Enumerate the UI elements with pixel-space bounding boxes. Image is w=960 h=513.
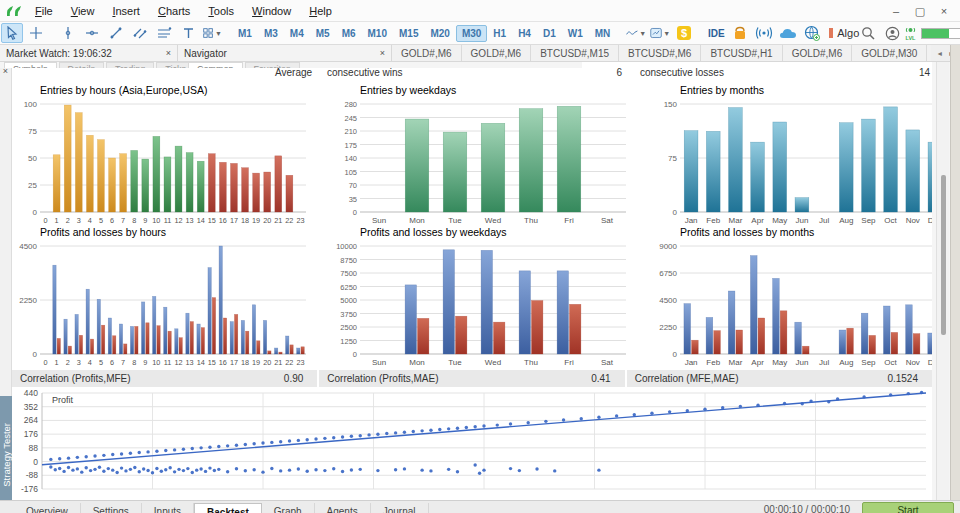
svg-text:2500: 2500 — [340, 323, 357, 332]
svg-text:23: 23 — [296, 358, 304, 367]
tester-tab-agents[interactable]: Agents — [315, 503, 371, 513]
svg-text:6750: 6750 — [659, 269, 677, 278]
svg-text:16: 16 — [219, 358, 227, 367]
svg-text:245: 245 — [344, 114, 357, 123]
svg-text:10: 10 — [152, 216, 160, 225]
signals-icon[interactable] — [753, 23, 775, 43]
timeframe-h1[interactable]: H1 — [487, 25, 512, 42]
svg-text:Mar: Mar — [729, 216, 743, 225]
timeframe-m6[interactable]: M6 — [336, 25, 362, 42]
tester-tab-journal[interactable]: Journal — [371, 503, 429, 513]
cloud-icon[interactable] — [777, 23, 799, 43]
timeframe-d1[interactable]: D1 — [537, 25, 562, 42]
svg-text:7: 7 — [121, 358, 125, 367]
svg-text:11: 11 — [164, 358, 172, 367]
chart-tab-0[interactable]: GOLD#,M6 — [392, 45, 462, 61]
scrollbar-thumb[interactable] — [941, 175, 946, 335]
ide-button[interactable]: IDE — [705, 23, 727, 43]
svg-text:Aug: Aug — [839, 216, 853, 225]
svg-text:0: 0 — [33, 457, 38, 467]
svg-text:Profit: Profit — [52, 395, 74, 405]
market-watch-caption[interactable]: Market Watch: 19:06:32 × — [0, 45, 178, 61]
maximize-button[interactable]: ▢ — [910, 3, 930, 19]
timeframe-m30[interactable]: M30 — [456, 25, 487, 42]
web-terminal-globe-icon[interactable] — [801, 23, 823, 43]
horizontal-line-tool-button[interactable] — [81, 23, 103, 43]
svg-text:0: 0 — [353, 208, 357, 217]
tester-tab-bar: OverviewSettingsInputsBacktestGraphAgent… — [14, 503, 429, 513]
vertical-line-tool-button[interactable] — [57, 23, 79, 43]
svg-text:Jul: Jul — [819, 216, 829, 225]
close-icon[interactable]: × — [380, 48, 385, 58]
close-icon[interactable]: × — [166, 48, 171, 58]
tester-tab-backtest[interactable]: Backtest — [194, 503, 262, 513]
timeframe-m20[interactable]: M20 — [424, 25, 455, 42]
svg-text:6250: 6250 — [340, 283, 357, 292]
market-watch-tab-trading[interactable]: Trading — [106, 62, 154, 68]
timeframe-h4[interactable]: H4 — [512, 25, 537, 42]
timeframe-m3[interactable]: M3 — [258, 25, 284, 42]
chart-tab-4[interactable]: BTCUSD#,H1 — [701, 45, 782, 61]
tester-tab-overview[interactable]: Overview — [14, 503, 81, 513]
dollar-button[interactable]: $ — [673, 23, 695, 43]
navigator-caption[interactable]: Navigator × — [178, 45, 392, 61]
timeframe-mn[interactable]: MN — [589, 25, 617, 42]
close-button[interactable]: × — [934, 3, 954, 19]
timeframe-m10[interactable]: M10 — [362, 25, 393, 42]
shapes-tool-button[interactable]: ▼ — [201, 23, 223, 43]
channel-tool-button[interactable] — [129, 23, 151, 43]
chart-tab-5[interactable]: GOLD#,M6 — [783, 45, 853, 61]
svg-text:Fri: Fri — [564, 358, 574, 367]
profile-icon[interactable] — [881, 23, 903, 43]
menu-help[interactable]: Help — [300, 2, 341, 20]
report-scrollbar[interactable] — [936, 62, 949, 500]
svg-text:70: 70 — [349, 181, 357, 190]
navigator-tab-favorites[interactable]: Favorites — [245, 62, 300, 68]
search-icon[interactable] — [857, 23, 879, 43]
chart-tab-6[interactable]: GOLD#,M30 — [852, 45, 927, 61]
cursor-tool-button[interactable] — [1, 23, 23, 43]
minimize-button[interactable]: – — [886, 3, 906, 19]
svg-text:5: 5 — [99, 216, 103, 225]
market-watch-tab-symbols[interactable]: Symbols — [4, 62, 57, 68]
chart-tab-1[interactable]: GOLD#,M6 — [462, 45, 532, 61]
text-tool-button[interactable] — [177, 23, 199, 43]
svg-text:0: 0 — [44, 358, 48, 367]
chart-window-button[interactable]: ▼ — [649, 23, 671, 43]
svg-text:-88: -88 — [26, 470, 39, 480]
tester-tab-inputs[interactable]: Inputs — [142, 503, 194, 513]
chart-tab-3[interactable]: BTCUSD#,M6 — [619, 45, 701, 61]
chart-entries-weekdays: Entries by weekdays035701051401752102452… — [332, 84, 638, 226]
algo-trading-button[interactable]: Algo — [833, 23, 855, 43]
panel-subtabs-clipped: SymbolsDetailsTradingTicks CommonFavorit… — [0, 62, 582, 68]
chart-tab-2[interactable]: BTCUSD#,M15 — [531, 45, 619, 61]
svg-text:LVL: LVL — [906, 35, 917, 41]
menu-window[interactable]: Window — [243, 2, 300, 20]
strategy-tester-side-tab[interactable]: Strategy Tester — [0, 396, 12, 513]
trendline-tool-button[interactable] — [105, 23, 127, 43]
timeframe-m15[interactable]: M15 — [393, 25, 424, 42]
tester-tab-graph[interactable]: Graph — [262, 503, 315, 513]
timeframe-m5[interactable]: M5 — [310, 25, 336, 42]
menu-charts[interactable]: Charts — [149, 2, 199, 20]
menu-view[interactable]: View — [62, 2, 104, 20]
scroll-left-icon[interactable]: ◄ — [936, 50, 943, 57]
tester-tab-settings[interactable]: Settings — [81, 503, 142, 513]
market-watch-tab-details[interactable]: Details — [59, 62, 105, 68]
crosshair-tool-button[interactable] — [25, 23, 47, 43]
svg-text:2250: 2250 — [659, 323, 677, 332]
svg-text:140: 140 — [344, 154, 357, 163]
market-bag-icon[interactable] — [729, 23, 751, 43]
menu-tools[interactable]: Tools — [199, 2, 243, 20]
start-button[interactable]: Start — [862, 502, 954, 513]
menu-insert[interactable]: Insert — [103, 2, 149, 20]
timeframe-w1[interactable]: W1 — [562, 25, 589, 42]
window-edge — [950, 45, 960, 513]
timeframe-m4[interactable]: M4 — [284, 25, 310, 42]
equidistant-lines-tool-button[interactable] — [153, 23, 175, 43]
stats-losses-value: 14 — [870, 67, 930, 78]
timeframe-m1[interactable]: M1 — [232, 25, 258, 42]
navigator-tab-common[interactable]: Common — [188, 62, 243, 68]
indicator-line-button[interactable]: ▼ — [625, 23, 647, 43]
menu-file[interactable]: File — [26, 2, 62, 20]
